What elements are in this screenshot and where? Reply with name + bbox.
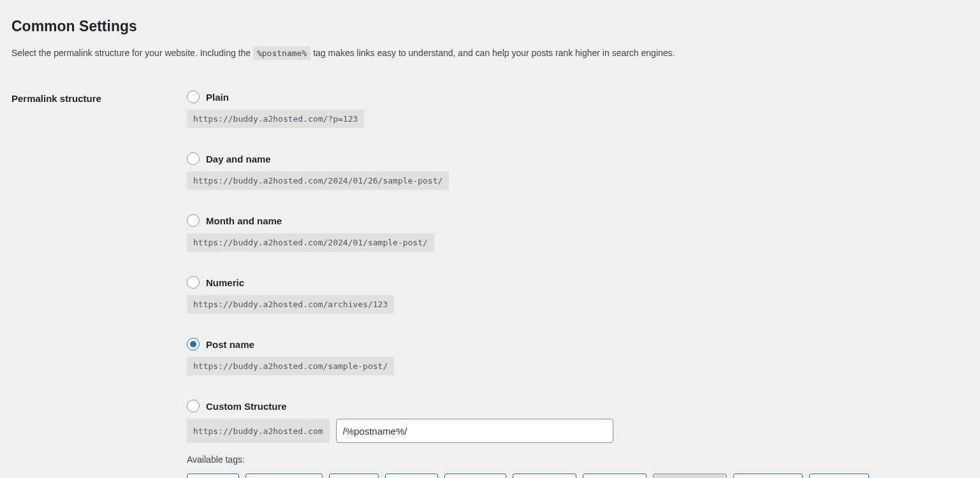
tag-author[interactable]: %author% bbox=[809, 474, 870, 478]
option-month-name: Month and name https://buddy.a2hosted.co… bbox=[187, 214, 969, 252]
label-numeric[interactable]: Numeric bbox=[206, 277, 244, 288]
available-tags-label: Available tags: bbox=[187, 454, 969, 465]
option-custom: Custom Structure https://buddy.a2hosted.… bbox=[187, 400, 969, 478]
section-heading: Common Settings bbox=[11, 18, 969, 35]
permalink-structure-label: Permalink structure bbox=[11, 91, 187, 104]
radio-month-name[interactable] bbox=[187, 214, 200, 227]
tag-year[interactable]: %year% bbox=[187, 474, 239, 478]
tag-postname[interactable]: %postname% bbox=[653, 474, 727, 478]
available-tags-row: %year% %monthnum% %day% %hour% %minute% … bbox=[187, 474, 969, 478]
tag-minute[interactable]: %minute% bbox=[444, 474, 506, 478]
desc-before: Select the permalink structure for your … bbox=[11, 48, 253, 58]
permalink-structure-options: Plain https://buddy.a2hosted.com/?p=123 … bbox=[187, 91, 969, 478]
custom-base-url: https://buddy.a2hosted.com bbox=[187, 419, 330, 443]
tag-post-id[interactable]: %post_id% bbox=[583, 474, 647, 478]
tag-hour[interactable]: %hour% bbox=[385, 474, 438, 478]
example-plain: https://buddy.a2hosted.com/?p=123 bbox=[187, 110, 364, 128]
example-day-name: https://buddy.a2hosted.com/2024/01/26/sa… bbox=[187, 171, 449, 190]
example-numeric: https://buddy.a2hosted.com/archives/123 bbox=[187, 295, 394, 314]
option-plain: Plain https://buddy.a2hosted.com/?p=123 bbox=[187, 91, 969, 128]
radio-custom[interactable] bbox=[187, 400, 200, 412]
tag-category[interactable]: %category% bbox=[733, 474, 803, 478]
permalink-structure-row: Permalink structure Plain https://buddy.… bbox=[11, 91, 969, 478]
label-day-name[interactable]: Day and name bbox=[206, 154, 271, 164]
radio-post-name[interactable] bbox=[187, 338, 200, 351]
option-numeric: Numeric https://buddy.a2hosted.com/archi… bbox=[187, 276, 969, 314]
section-description: Select the permalink structure for your … bbox=[11, 47, 969, 60]
tag-day[interactable]: %day% bbox=[329, 474, 378, 478]
option-post-name: Post name https://buddy.a2hosted.com/sam… bbox=[187, 338, 969, 375]
label-custom[interactable]: Custom Structure bbox=[206, 401, 287, 412]
example-month-name: https://buddy.a2hosted.com/2024/01/sampl… bbox=[187, 233, 434, 252]
radio-numeric[interactable] bbox=[187, 276, 200, 289]
radio-day-name[interactable] bbox=[187, 152, 200, 165]
option-day-name: Day and name https://buddy.a2hosted.com/… bbox=[187, 152, 969, 190]
radio-plain[interactable] bbox=[187, 91, 200, 103]
desc-after: tag makes links easy to understand, and … bbox=[313, 48, 675, 58]
custom-structure-input[interactable] bbox=[336, 419, 613, 443]
label-post-name[interactable]: Post name bbox=[206, 339, 254, 350]
label-month-name[interactable]: Month and name bbox=[206, 215, 282, 226]
tag-monthnum[interactable]: %monthnum% bbox=[245, 474, 323, 478]
desc-code-tag: %postname% bbox=[253, 47, 311, 60]
label-plain[interactable]: Plain bbox=[206, 92, 229, 103]
tag-second[interactable]: %second% bbox=[513, 474, 576, 478]
example-post-name: https://buddy.a2hosted.com/sample-post/ bbox=[187, 357, 394, 375]
